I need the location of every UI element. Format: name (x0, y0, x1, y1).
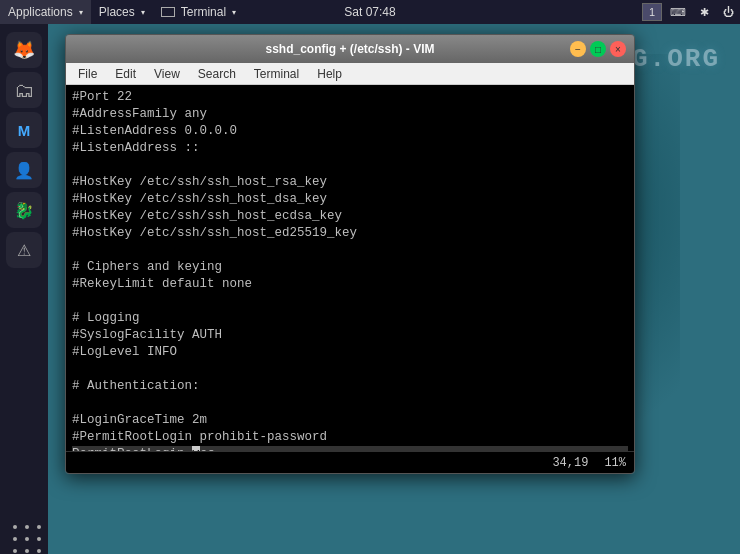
vim-line-11: # Ciphers and keying (72, 259, 628, 276)
vim-line-13 (72, 293, 628, 310)
places-chevron: ▾ (141, 8, 145, 17)
taskbar-clock: Sat 07:48 (344, 5, 395, 19)
close-button[interactable]: × (610, 41, 626, 57)
minimize-button[interactable]: − (570, 41, 586, 57)
vim-line-20: #LoginGraceTime 2m (72, 412, 628, 429)
vim-line-2: #AddressFamily any (72, 106, 628, 123)
vim-line-5 (72, 157, 628, 174)
vim-line-3: #ListenAddress 0.0.0.0 (72, 123, 628, 140)
vim-cursor: y (192, 446, 200, 451)
vim-line-9: #HostKey /etc/ssh/ssh_host_ed25519_key (72, 225, 628, 242)
vim-titlebar: sshd_config + (/etc/ssh) - VIM − □ × (66, 35, 634, 63)
vim-line-7: #HostKey /etc/ssh/ssh_host_dsa_key (72, 191, 628, 208)
vim-statusbar: 34,19 11% (66, 451, 634, 473)
vim-line-16: #LogLevel INFO (72, 344, 628, 361)
vim-line-17 (72, 361, 628, 378)
applications-label: Applications (8, 5, 73, 19)
vim-line-15: #SyslogFacility AUTH (72, 327, 628, 344)
vim-line-22: PermitRootLogin yes (72, 446, 628, 451)
apps-grid[interactable] (6, 518, 42, 554)
vim-window: sshd_config + (/etc/ssh) - VIM − □ × Fil… (65, 34, 635, 474)
menu-terminal[interactable]: Terminal (246, 64, 307, 84)
vim-line-21: #PermitRootLogin prohibit-password (72, 429, 628, 446)
dock: 🦊 🗂 M 👤 🐉 ⚠ (0, 24, 48, 554)
files-icon[interactable]: 🗂 (6, 72, 42, 108)
menu-file[interactable]: File (70, 64, 105, 84)
menu-view[interactable]: View (146, 64, 188, 84)
terminal-icon (161, 7, 175, 17)
vim-line-8: #HostKey /etc/ssh/ssh_host_ecdsa_key (72, 208, 628, 225)
places-menu[interactable]: Places ▾ (91, 0, 153, 24)
taskbar: Applications ▾ Places ▾ Terminal ▾ Sat 0… (0, 0, 740, 24)
vim-line-4: #ListenAddress :: (72, 140, 628, 157)
warning-icon[interactable]: ⚠ (6, 232, 42, 268)
terminal-menu[interactable]: Terminal ▾ (153, 0, 244, 24)
vim-menubar: File Edit View Search Terminal Help (66, 63, 634, 85)
vim-line-10 (72, 242, 628, 259)
vim-line-12: #RekeyLimit default none (72, 276, 628, 293)
network-icon-area: ✱ (694, 0, 715, 24)
person-icon[interactable]: 👤 (6, 152, 42, 188)
terminal-chevron: ▾ (232, 8, 236, 17)
keyboard-icon-area: ⌨ (664, 0, 692, 24)
vim-line-18: # Authentication: (72, 378, 628, 395)
vim-line-19 (72, 395, 628, 412)
taskbar-right: 1 ⌨ ✱ ⏻ (642, 0, 740, 24)
vim-position: 34,19 (552, 456, 588, 470)
menu-edit[interactable]: Edit (107, 64, 144, 84)
applications-chevron: ▾ (79, 8, 83, 17)
email-icon[interactable]: M (6, 112, 42, 148)
taskbar-left: Applications ▾ Places ▾ Terminal ▾ (0, 0, 244, 24)
desktop: LINUXCONFIG.ORG 🦊 🗂 M 👤 🐉 ⚠ sshd_config … (0, 24, 740, 554)
applications-menu[interactable]: Applications ▾ (0, 0, 91, 24)
vim-line-14: # Logging (72, 310, 628, 327)
workspace-badge[interactable]: 1 (642, 3, 662, 21)
places-label: Places (99, 5, 135, 19)
vim-editor-content[interactable]: #Port 22#AddressFamily any#ListenAddress… (66, 85, 634, 451)
menu-search[interactable]: Search (190, 64, 244, 84)
vim-percent: 11% (604, 456, 626, 470)
power-icon-area[interactable]: ⏻ (717, 0, 740, 24)
maximize-button[interactable]: □ (590, 41, 606, 57)
vim-line-6: #HostKey /etc/ssh/ssh_host_rsa_key (72, 174, 628, 191)
terminal-label: Terminal (181, 5, 226, 19)
window-controls: − □ × (570, 41, 626, 57)
vim-line-1: #Port 22 (72, 89, 628, 106)
firefox-icon[interactable]: 🦊 (6, 32, 42, 68)
vim-window-title: sshd_config + (/etc/ssh) - VIM (265, 42, 434, 56)
dragon-icon[interactable]: 🐉 (6, 192, 42, 228)
menu-help[interactable]: Help (309, 64, 350, 84)
